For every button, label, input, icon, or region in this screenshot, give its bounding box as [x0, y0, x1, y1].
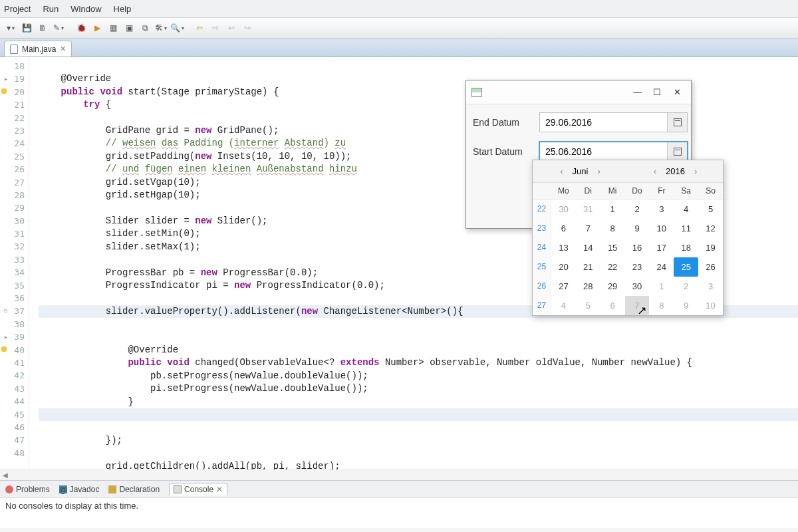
end-date-input[interactable]	[540, 113, 667, 132]
brush-icon[interactable]: ✎	[52, 21, 65, 35]
prev-month-button[interactable]: ‹	[557, 166, 565, 176]
day-cell[interactable]: 27	[551, 277, 576, 296]
line-number: 44	[0, 395, 25, 408]
day-cell[interactable]: 14	[576, 238, 600, 257]
line-number: 39	[0, 331, 25, 343]
day-cell[interactable]: 4	[551, 296, 576, 315]
close-button[interactable]: ✕	[668, 85, 686, 100]
close-tab-icon[interactable]: ✕	[60, 45, 66, 53]
day-cell[interactable]: 23	[625, 257, 650, 277]
day-cell[interactable]: 22	[600, 257, 625, 277]
save-all-icon[interactable]: 🗎	[36, 21, 49, 35]
day-cell[interactable]: 3	[649, 200, 674, 219]
view-console[interactable]: Console ✕	[169, 483, 227, 495]
day-cell[interactable]: 1	[649, 277, 674, 296]
day-cell[interactable]: 15	[600, 238, 625, 257]
end-date-field[interactable]	[539, 112, 688, 132]
line-number: 36	[0, 292, 25, 305]
day-cell[interactable]: 21	[576, 257, 600, 277]
menu-project[interactable]: Project	[4, 4, 31, 14]
day-cell[interactable]: 13	[551, 238, 576, 257]
next-year-button[interactable]: ›	[692, 166, 700, 176]
day-cell[interactable]: 28	[576, 277, 600, 296]
day-cell[interactable]: 30	[625, 277, 650, 296]
debug-icon[interactable]: 🐞	[74, 21, 88, 35]
day-cell[interactable]: 7	[576, 219, 600, 238]
day-cell[interactable]: 11	[674, 219, 698, 238]
day-cell[interactable]: 19	[698, 238, 723, 257]
day-cell[interactable]: 6	[600, 296, 625, 315]
tab-main-java[interactable]: Main.java ✕	[4, 41, 72, 57]
save-icon[interactable]: 💾	[20, 21, 33, 35]
day-cell[interactable]: 20	[551, 257, 576, 277]
view-declaration[interactable]: Declaration	[108, 485, 160, 494]
maximize-button[interactable]: ☐	[648, 85, 666, 100]
line-number: 47	[0, 434, 25, 446]
day-cell[interactable]: 7	[625, 296, 650, 315]
day-cell[interactable]: 18	[674, 238, 698, 257]
external-icon[interactable]: ⧉	[138, 21, 152, 35]
line-number: 25	[0, 150, 25, 163]
back-icon[interactable]: ⇦	[193, 21, 206, 35]
day-cell[interactable]: 25	[674, 257, 698, 277]
day-cell[interactable]: 3	[698, 277, 723, 296]
day-cell[interactable]: 16	[625, 238, 650, 257]
menu-run[interactable]: Run	[43, 4, 59, 14]
start-date-calendar-button[interactable]	[667, 142, 687, 161]
tab-label: Main.java	[22, 45, 56, 54]
day-cell[interactable]: 9	[625, 219, 650, 238]
day-cell[interactable]: 6	[551, 219, 576, 238]
view-problems[interactable]: Problems	[5, 485, 50, 494]
forward-icon[interactable]: ⇨	[209, 21, 222, 35]
week-number: 23	[533, 219, 551, 238]
nav-fwd-icon[interactable]: ↪	[241, 21, 254, 35]
day-cell[interactable]: 29	[600, 277, 625, 296]
nav-back-icon[interactable]: ↩	[225, 21, 238, 35]
menu-window[interactable]: Window	[70, 4, 101, 14]
day-cell[interactable]: 12	[698, 219, 723, 238]
day-cell[interactable]: 10	[649, 219, 674, 238]
minimize-button[interactable]: —	[629, 85, 646, 100]
line-number: 46	[0, 421, 25, 434]
day-cell[interactable]: 9	[674, 296, 698, 315]
menu-bar: Project Run Window Help	[0, 0, 798, 17]
day-cell[interactable]: 5	[576, 296, 600, 315]
calendar-grid: 2230311234523678910111224131415161718192…	[533, 200, 723, 315]
day-cell[interactable]: 8	[649, 296, 674, 315]
day-cell[interactable]: 17	[649, 238, 674, 257]
day-cell[interactable]: 1	[600, 200, 625, 219]
search-icon[interactable]: 🔍	[170, 21, 184, 35]
horizontal-scrollbar[interactable]: ◀	[0, 469, 798, 480]
line-number: 21	[0, 98, 25, 111]
line-number: 37	[0, 305, 25, 317]
dialog-titlebar[interactable]: — ☐ ✕	[466, 80, 691, 104]
day-cell[interactable]: 31	[576, 200, 600, 219]
day-cell[interactable]: 30	[551, 200, 576, 219]
prev-year-button[interactable]: ‹	[651, 166, 659, 176]
day-cell[interactable]: 10	[698, 296, 723, 315]
day-cell[interactable]: 8	[600, 219, 625, 238]
build-icon[interactable]: 🛠	[154, 21, 168, 35]
menu-help[interactable]: Help	[114, 4, 132, 14]
stop-icon[interactable]: ▣	[122, 21, 136, 35]
line-number: 23	[0, 124, 25, 137]
coverage-icon[interactable]: ▦	[106, 21, 120, 35]
day-cell[interactable]: 24	[649, 257, 674, 277]
line-number: 20	[0, 86, 25, 98]
start-date-input[interactable]	[540, 142, 667, 161]
close-view-icon[interactable]: ✕	[216, 485, 223, 494]
end-date-calendar-button[interactable]	[667, 113, 687, 132]
view-javadoc[interactable]: @Javadoc	[59, 485, 100, 494]
problems-icon	[5, 485, 13, 493]
day-cell[interactable]: 2	[674, 277, 698, 296]
run-icon[interactable]: ▶	[90, 21, 104, 35]
next-month-button[interactable]: ›	[595, 166, 602, 176]
day-cell[interactable]: 4	[674, 200, 698, 219]
day-cell[interactable]: 26	[698, 257, 723, 277]
day-cell[interactable]: 2	[625, 200, 650, 219]
new-icon[interactable]: ▾	[4, 21, 17, 35]
start-date-field[interactable]	[539, 142, 688, 162]
dow-cell: Di	[576, 183, 600, 199]
day-cell[interactable]: 5	[698, 200, 723, 219]
dow-cell: Do	[625, 183, 650, 199]
